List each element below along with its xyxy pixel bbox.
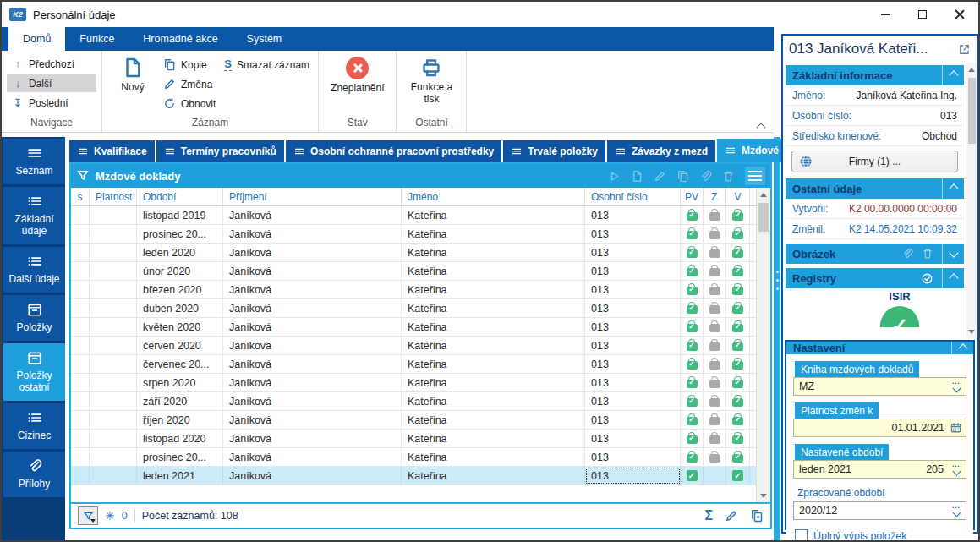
page-tab[interactable]: Osobní ochranné pracovní prostředky — [286, 140, 501, 162]
table-row[interactable]: červenec 20... Janíková Kateřina 013 — [71, 355, 756, 374]
new-item-icon[interactable] — [631, 170, 643, 183]
nav-button[interactable]: ↓ Další — [7, 74, 96, 92]
scroll-up-icon[interactable] — [968, 63, 975, 76]
expand-section-icon[interactable] — [942, 244, 964, 264]
table-row[interactable]: leden 2021 Janíková Kateřina 013 — [71, 467, 756, 485]
new-record-button[interactable]: Nový — [111, 55, 155, 94]
invalidate-button[interactable]: Zneplatnění — [331, 55, 384, 95]
column-header[interactable]: V — [726, 188, 750, 205]
table-row[interactable]: srpen 2020 Janíková Kateřina 013 — [71, 374, 756, 392]
filter-funnel-icon[interactable] — [76, 169, 90, 183]
collapse-section-icon[interactable] — [942, 178, 964, 199]
play-icon[interactable] — [608, 170, 621, 183]
attachment-icon[interactable] — [699, 170, 712, 183]
copy-item-icon[interactable] — [676, 170, 689, 183]
table-row[interactable]: září 2020 Janíková Kateřina 013 — [71, 392, 756, 411]
nav-button[interactable]: ↑ Předchozí — [7, 55, 96, 73]
quick-edit-icon[interactable] — [725, 509, 738, 523]
add-copy-icon[interactable] — [750, 509, 764, 523]
sidebar-item[interactable]: Cizinec — [3, 403, 65, 449]
detail-title: 013 Janíková Kateři... — [789, 41, 928, 57]
ribbon-tab[interactable]: Systém — [233, 27, 297, 51]
table-scrollbar[interactable] — [756, 188, 770, 502]
column-header[interactable]: Období — [137, 188, 223, 205]
scroll-down-icon[interactable] — [968, 325, 975, 338]
column-header[interactable]: Osobní číslo — [585, 188, 681, 205]
collapse-section-icon[interactable] — [942, 65, 964, 85]
hamburger-icon — [511, 146, 523, 156]
dropdown-icon[interactable] — [950, 464, 962, 474]
table-row[interactable]: leden 2020 Janíková Kateřina 013 — [71, 244, 756, 262]
ribbon-tab[interactable]: Domů — [8, 27, 65, 51]
scroll-thumb[interactable] — [968, 78, 976, 144]
collapse-ribbon-icon[interactable] — [758, 122, 765, 127]
scroll-thumb[interactable] — [758, 203, 769, 232]
column-header[interactable]: Platnost — [90, 188, 137, 205]
table-row[interactable]: březen 2020 Janíková Kateřina 013 — [71, 281, 756, 299]
ribbon-tab[interactable]: Funkce — [65, 27, 129, 51]
check-registry-icon[interactable] — [921, 272, 933, 285]
minimize-button[interactable] — [867, 2, 904, 27]
ribbon-tab[interactable]: Hromadné akce — [129, 27, 232, 51]
detail-field-row: Změnil: K2 14.05.2021 10:09:32 — [786, 219, 964, 239]
table-row[interactable]: červen 2020 Janíková Kateřina 013 — [71, 337, 756, 355]
validity-date-field[interactable]: 01.01.2021 — [793, 419, 966, 437]
attach-picture-icon[interactable] — [901, 248, 913, 260]
dropdown-icon[interactable] — [950, 506, 962, 516]
table-row[interactable]: listopad 2020 Janíková Kateřina 013 — [71, 430, 756, 448]
close-button[interactable] — [941, 2, 978, 27]
panel-splitter[interactable] — [774, 137, 780, 540]
delete-item-icon[interactable] — [722, 170, 735, 183]
sum-icon[interactable]: Σ — [704, 508, 713, 523]
processed-period-field[interactable]: 2020/12 — [793, 501, 966, 520]
table-row[interactable]: říjen 2020 Janíková Kateřina 013 — [71, 411, 756, 430]
edit-button[interactable]: Změna — [163, 76, 216, 92]
sidebar-item[interactable]: Seznam — [3, 139, 65, 184]
copy-button[interactable]: Kopie — [163, 57, 216, 73]
column-header[interactable]: Z — [704, 188, 726, 205]
nav-button[interactable]: ↧ Poslední — [7, 94, 96, 112]
column-header[interactable]: PV — [681, 188, 704, 205]
sidebar-item[interactable]: Položky ostatní — [3, 343, 65, 401]
full-listing-checkbox[interactable] — [795, 529, 808, 542]
calendar-icon[interactable] — [950, 422, 962, 434]
column-header[interactable]: Příjmení — [223, 188, 402, 205]
dropdown-icon[interactable] — [950, 381, 962, 391]
payroll-book-field[interactable]: MZ — [793, 377, 966, 396]
set-period-field[interactable]: leden 2021 205 — [793, 460, 966, 479]
column-header[interactable]: Jméno — [402, 188, 585, 205]
detail-field-value: Obchod — [922, 130, 957, 142]
page-tab[interactable]: Trvalé položky — [503, 140, 605, 162]
delete-record-button[interactable]: S Smazat záznam — [224, 57, 309, 73]
collapse-section-icon[interactable] — [942, 268, 964, 288]
detail-scrollbar[interactable] — [966, 63, 977, 338]
frozen-filter-icon[interactable]: ✳ — [105, 509, 115, 523]
edit-item-icon[interactable] — [654, 170, 666, 183]
column-header[interactable]: s — [71, 188, 90, 205]
refresh-button[interactable]: Obnovit — [163, 96, 216, 112]
cell-firstname: Kateřina — [402, 337, 585, 354]
delete-picture-icon[interactable] — [922, 248, 933, 260]
page-tab[interactable]: Závazky z mezd — [607, 140, 715, 162]
collapse-section-icon[interactable] — [951, 342, 973, 354]
sidebar-item[interactable]: Základní údaje — [3, 187, 65, 244]
functions-print-button[interactable]: Funkce a tisk — [407, 55, 456, 106]
table-row[interactable]: listopad 2019 Janíková Kateřina 013 — [71, 206, 756, 225]
sidebar-item[interactable]: Přílohy — [3, 452, 65, 497]
grid-menu-button[interactable] — [745, 167, 765, 185]
scroll-down-icon[interactable] — [760, 489, 767, 502]
scroll-up-icon[interactable] — [760, 188, 767, 201]
sidebar-item[interactable]: Další údaje — [3, 247, 65, 293]
filter-button[interactable] — [78, 506, 98, 525]
sidebar-item[interactable]: Položky — [3, 295, 65, 341]
page-tab[interactable]: Kvalifikace — [69, 140, 155, 162]
table-row[interactable]: květen 2020 Janíková Kateřina 013 — [71, 318, 756, 337]
maximize-button[interactable] — [904, 2, 941, 27]
table-row[interactable]: únor 2020 Janíková Kateřina 013 — [71, 262, 756, 281]
firmy-button[interactable]: Firmy (1) ... — [791, 151, 958, 172]
table-row[interactable]: prosinec 20... Janíková Kateřina 013 — [71, 225, 756, 244]
open-in-window-icon[interactable] — [958, 43, 971, 56]
table-row[interactable]: prosinec 20... Janíková Kateřina 013 — [71, 448, 756, 467]
table-row[interactable]: duben 2020 Janíková Kateřina 013 — [71, 299, 756, 318]
page-tab[interactable]: Termíny pracovníků — [156, 140, 284, 162]
